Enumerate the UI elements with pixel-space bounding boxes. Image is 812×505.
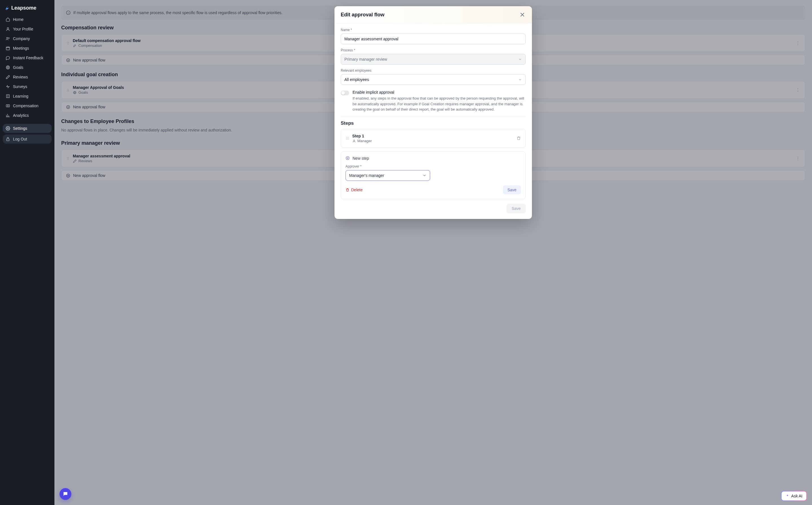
- steps-heading: Steps: [341, 121, 526, 126]
- trash-icon: [346, 188, 350, 192]
- approver-label: Approver *: [346, 164, 521, 168]
- name-input[interactable]: [341, 34, 526, 44]
- step-actions: Delete Save: [346, 185, 521, 194]
- chevron-down-icon: [422, 173, 426, 177]
- nav-settings[interactable]: Settings: [3, 124, 52, 133]
- relevant-label: Relevant employees: [341, 68, 526, 72]
- gear-icon: [6, 126, 10, 131]
- svg-point-0: [7, 28, 8, 29]
- nav-goals[interactable]: Goals: [3, 63, 52, 72]
- nav-feedback[interactable]: Instant Feedback: [3, 53, 52, 62]
- svg-point-47: [348, 137, 348, 138]
- sidebar: Leapsome Home Your Profile Company Meeti…: [0, 0, 54, 505]
- nav-surveys[interactable]: Surveys: [3, 82, 52, 91]
- nav-profile[interactable]: Your Profile: [3, 24, 52, 34]
- close-icon: [519, 11, 526, 18]
- chevron-down-icon: [518, 77, 522, 81]
- lock-icon: [6, 137, 10, 141]
- book-icon: [6, 94, 10, 99]
- process-value: Primary manager review: [344, 57, 387, 61]
- svg-point-45: [347, 138, 347, 139]
- close-button[interactable]: [519, 11, 526, 18]
- modal-body: Name * Process * Primary manager review …: [335, 23, 532, 219]
- implicit-approval-toggle[interactable]: [341, 91, 349, 96]
- relevant-field-group: Relevant employees All employees: [341, 68, 526, 85]
- svg-rect-10: [6, 139, 9, 141]
- sparkle-icon: [786, 494, 789, 498]
- nav-settings-label: Settings: [13, 126, 27, 131]
- modal-footer: Save: [341, 202, 526, 213]
- svg-point-49: [348, 139, 348, 140]
- intercom-button[interactable]: [59, 488, 71, 500]
- calendar-icon: [6, 46, 10, 50]
- nav-meetings-label: Meetings: [13, 46, 29, 50]
- brand-logo: Leapsome: [3, 3, 52, 15]
- svg-rect-3: [6, 47, 10, 50]
- nav-company-label: Company: [13, 36, 30, 41]
- relevant-select[interactable]: All employees: [341, 74, 526, 85]
- drag-icon[interactable]: [346, 136, 350, 140]
- secondary-nav: Settings Log Out: [3, 124, 52, 144]
- nav-compensation[interactable]: Compensation: [3, 101, 52, 110]
- nav-analytics-label: Analytics: [13, 113, 29, 118]
- money-icon: [6, 104, 10, 108]
- step-1-title: Step 1: [352, 134, 514, 138]
- nav-home[interactable]: Home: [3, 15, 52, 24]
- toggle-title: Enable implicit approval: [353, 90, 526, 95]
- approver-select[interactable]: Manager's manager: [346, 170, 430, 181]
- name-field-group: Name *: [341, 28, 526, 44]
- svg-point-50: [354, 140, 355, 141]
- delete-step-button[interactable]: Delete: [346, 188, 362, 192]
- svg-point-44: [347, 137, 347, 138]
- toggle-desc: If enabled, any steps in the approval fl…: [353, 96, 526, 112]
- svg-point-48: [348, 138, 348, 139]
- plus-circle-icon: [346, 156, 350, 160]
- users-icon: [6, 36, 10, 41]
- nav-analytics[interactable]: Analytics: [3, 111, 52, 120]
- brand-name: Leapsome: [11, 5, 36, 11]
- nav-profile-label: Your Profile: [13, 27, 33, 31]
- modal-title: Edit approval flow: [341, 12, 384, 18]
- nav-logout-label: Log Out: [13, 137, 27, 141]
- save-step-button[interactable]: Save: [503, 185, 521, 194]
- home-icon: [6, 17, 10, 22]
- svg-point-2: [8, 37, 9, 38]
- nav-company[interactable]: Company: [3, 34, 52, 43]
- svg-point-6: [8, 67, 8, 67]
- edit-approval-modal: Edit approval flow Name * Process * Prim…: [335, 6, 532, 219]
- chat-bubble-icon: [63, 491, 68, 497]
- nav-reviews-label: Reviews: [13, 75, 28, 79]
- trash-icon[interactable]: [517, 136, 521, 141]
- toggle-text: Enable implicit approval If enabled, any…: [353, 90, 526, 112]
- new-step-label: New step: [353, 156, 369, 161]
- new-step-header: New step: [346, 156, 521, 161]
- modal-overlay: Edit approval flow Name * Process * Prim…: [54, 0, 812, 505]
- ask-ai-button[interactable]: Ask AI: [781, 491, 807, 501]
- svg-point-9: [7, 128, 8, 129]
- nav-learning[interactable]: Learning: [3, 92, 52, 101]
- target-icon: [6, 65, 10, 70]
- nav-reviews[interactable]: Reviews: [3, 72, 52, 81]
- nav-learning-label: Learning: [13, 94, 28, 99]
- nav-meetings[interactable]: Meetings: [3, 44, 52, 53]
- save-button[interactable]: Save: [506, 204, 526, 213]
- nav-feedback-label: Instant Feedback: [13, 55, 43, 60]
- user-icon: [352, 139, 356, 143]
- implicit-approval-row: Enable implicit approval If enabled, any…: [341, 89, 526, 117]
- nav-compensation-label: Compensation: [13, 104, 38, 108]
- nav-goals-label: Goals: [13, 65, 23, 70]
- nav-logout[interactable]: Log Out: [3, 135, 52, 144]
- svg-point-1: [6, 37, 8, 38]
- approver-value: Manager's manager: [349, 173, 384, 178]
- user-icon: [6, 27, 10, 31]
- chevron-down-icon: [518, 57, 522, 61]
- step-body: Step 1 Manager: [352, 134, 514, 143]
- svg-point-46: [347, 139, 347, 140]
- process-select[interactable]: Primary manager review: [341, 54, 526, 64]
- process-field-group: Process * Primary manager review: [341, 48, 526, 64]
- name-label: Name *: [341, 28, 526, 32]
- chart-icon: [6, 113, 10, 118]
- primary-nav: Home Your Profile Company Meetings Insta…: [3, 15, 52, 120]
- modal-header: Edit approval flow: [335, 6, 532, 23]
- step-1-role: Manager: [352, 139, 514, 143]
